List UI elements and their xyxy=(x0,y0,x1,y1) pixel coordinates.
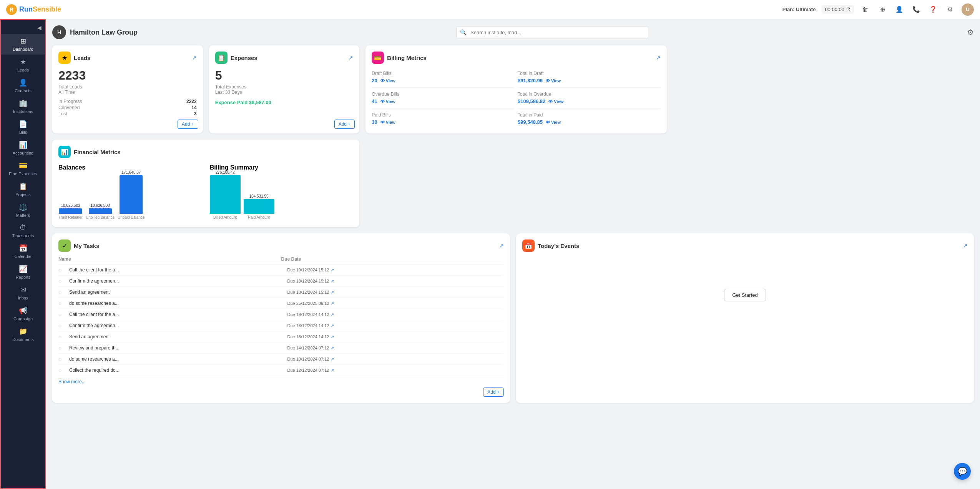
task-link[interactable]: ↗ xyxy=(331,290,334,295)
billing-item-draft: Draft Bills 20 👁 View xyxy=(372,68,515,86)
logo[interactable]: R RunSensible xyxy=(6,4,61,15)
expenses-add-button[interactable]: Add + xyxy=(334,120,355,129)
draft-bills-view-btn[interactable]: 👁 View xyxy=(380,78,395,83)
chat-bubble[interactable]: 💬 xyxy=(954,463,971,480)
tasks-add-button[interactable]: Add + xyxy=(483,388,504,397)
leads-sub2: All Time xyxy=(58,90,197,95)
workspace-settings-icon[interactable]: ⚙ xyxy=(967,28,974,37)
sidebar-item-documents[interactable]: 📁 Documents xyxy=(1,324,45,345)
user-icon[interactable]: 👤 xyxy=(894,4,905,15)
task-check-icon[interactable]: ○ xyxy=(58,311,68,318)
avatar[interactable]: U xyxy=(962,3,974,16)
financial-metrics-title: Financial Metrics xyxy=(74,149,121,155)
sidebar-item-projects[interactable]: 📋 Projects xyxy=(1,179,45,200)
task-link[interactable]: ↗ xyxy=(331,268,334,273)
total-draft-label: Total in Draft xyxy=(518,71,661,76)
sidebar-item-firm-expenses[interactable]: 💳 Firm Expenses xyxy=(1,158,45,179)
expenses-card-header: 📋 Expenses ↗ xyxy=(215,52,354,64)
sidebar-item-matters[interactable]: ⚖️ Matters xyxy=(1,200,45,221)
sidebar-item-leads[interactable]: ★ Leads xyxy=(1,55,45,75)
task-link[interactable]: ↗ xyxy=(331,346,334,351)
sidebar-item-dashboard[interactable]: ⊞ Dashboard xyxy=(1,34,45,55)
sidebar-item-calendar[interactable]: 📅 Calendar xyxy=(1,241,45,262)
leads-card-ext-link[interactable]: ↗ xyxy=(192,55,197,61)
leads-add-button[interactable]: Add + xyxy=(178,120,198,129)
overdue-bills-view-btn[interactable]: 👁 View xyxy=(380,99,395,104)
task-check-icon[interactable]: ○ xyxy=(58,267,68,273)
phone-icon[interactable]: 📞 xyxy=(911,4,922,15)
table-row: ○ Send an agreement Due 18/12/2024 15:12… xyxy=(58,287,504,298)
table-row: ○ Send an agreement Due 18/12/2024 14:12… xyxy=(58,331,504,343)
task-link[interactable]: ↗ xyxy=(331,323,334,328)
tasks-ext-link[interactable]: ↗ xyxy=(499,243,504,249)
task-due: Due 18/12/2024 15:12 ↗ xyxy=(287,279,504,284)
sidebar-item-bills[interactable]: 📄 Bills xyxy=(1,117,45,138)
sidebar-item-label: Timesheets xyxy=(12,233,34,238)
task-check-icon[interactable]: ○ xyxy=(58,345,68,351)
billing-metrics-title: Billing Metrics xyxy=(387,55,427,61)
search-bar: 🔍 xyxy=(456,26,648,39)
task-check-icon[interactable]: ○ xyxy=(58,367,68,373)
task-check-icon[interactable]: ○ xyxy=(58,300,68,306)
sidebar-item-label: Projects xyxy=(15,192,31,197)
sidebar-item-institutions[interactable]: 🏢 Institutions xyxy=(1,96,45,117)
total-paid-view-btn[interactable]: 👁 View xyxy=(546,120,561,125)
billing-metrics-ext-link[interactable]: ↗ xyxy=(656,55,661,61)
workspace-title: H Hamilton Law Group xyxy=(52,25,138,39)
billing-item-paid: Paid Bills 30 👁 View xyxy=(372,110,515,127)
leads-card-title: Leads xyxy=(74,55,90,61)
overdue-bills-value: 41 👁 View xyxy=(372,98,515,104)
billing-bar-paid: 104,531.55 Paid Amount xyxy=(244,194,274,220)
tasks-card-icon: ✓ xyxy=(58,240,71,252)
expenses-card-ext-link[interactable]: ↗ xyxy=(349,55,353,61)
events-ext-link[interactable]: ↗ xyxy=(963,243,968,249)
add-icon[interactable]: ⊕ xyxy=(877,4,888,15)
sidebar-item-campaign[interactable]: 📢 Campaign xyxy=(1,303,45,324)
expense-paid-label: Expense Paid xyxy=(215,100,248,105)
trust-val: 10,626.503 xyxy=(61,203,80,208)
billing-summary-bar-chart: 276,180.42 Billed Amount 104,531.55 Paid… xyxy=(210,171,354,221)
task-link[interactable]: ↗ xyxy=(331,357,334,362)
task-link[interactable]: ↗ xyxy=(331,301,334,306)
task-check-icon[interactable]: ○ xyxy=(58,278,68,284)
task-link[interactable]: ↗ xyxy=(331,368,334,373)
settings-icon[interactable]: ⚙ xyxy=(945,4,955,15)
timer[interactable]: 00:00:00 ⏱ xyxy=(822,5,854,14)
task-check-icon[interactable]: ○ xyxy=(58,356,68,362)
task-name: Review and prepare th... xyxy=(69,345,286,351)
show-more-link[interactable]: Show more... xyxy=(58,379,504,384)
reports-icon: 📈 xyxy=(19,265,27,273)
task-link[interactable]: ↗ xyxy=(331,312,334,317)
sidebar-item-accounting[interactable]: 📊 Accounting xyxy=(1,138,45,158)
task-due: Due 10/12/2024 07:12 ↗ xyxy=(287,357,504,362)
expenses-card: 📋 Expenses ↗ 5 Total Expenses Last 30 Da… xyxy=(209,45,360,133)
sidebar-item-label: Institutions xyxy=(13,109,33,114)
task-check-icon[interactable]: ○ xyxy=(58,334,68,340)
get-started-button[interactable]: Get Started xyxy=(724,289,766,301)
campaign-icon: 📢 xyxy=(19,306,27,315)
billing-left: Draft Bills 20 👁 View Overdue Bills 41 xyxy=(372,68,515,127)
paid-bills-view-btn[interactable]: 👁 View xyxy=(380,120,395,125)
sidebar-item-contacts[interactable]: 👤 Contacts xyxy=(1,75,45,96)
task-link[interactable]: ↗ xyxy=(331,279,334,284)
sidebar-item-inbox[interactable]: ✉ Inbox xyxy=(1,283,45,303)
task-due: Due 19/12/2024 15:12 ↗ xyxy=(287,268,504,273)
total-overdue-view-btn[interactable]: 👁 View xyxy=(548,99,563,104)
total-draft-view-btn[interactable]: 👁 View xyxy=(546,78,561,83)
search-input[interactable] xyxy=(456,26,648,39)
sidebar-item-reports[interactable]: 📈 Reports xyxy=(1,262,45,283)
collapse-button[interactable]: ◀ xyxy=(37,25,42,31)
paid-amount-val: 104,531.55 xyxy=(249,194,269,198)
trust-bar xyxy=(59,208,82,214)
task-check-icon[interactable]: ○ xyxy=(58,323,68,329)
task-link[interactable]: ↗ xyxy=(331,334,334,339)
draft-bills-value: 20 👁 View xyxy=(372,78,515,83)
help-icon[interactable]: ❓ xyxy=(928,4,938,15)
task-check-icon[interactable]: ○ xyxy=(58,289,68,295)
plan-info: Plan: Ultimate xyxy=(782,7,816,12)
trash-icon[interactable]: 🗑 xyxy=(860,4,871,15)
col-due: Due Date xyxy=(281,256,504,262)
expenses-total: 5 xyxy=(215,68,354,83)
sidebar-item-timesheets[interactable]: ⏱ Timesheets xyxy=(1,221,45,241)
sidebar-item-label: Firm Expenses xyxy=(9,171,37,176)
